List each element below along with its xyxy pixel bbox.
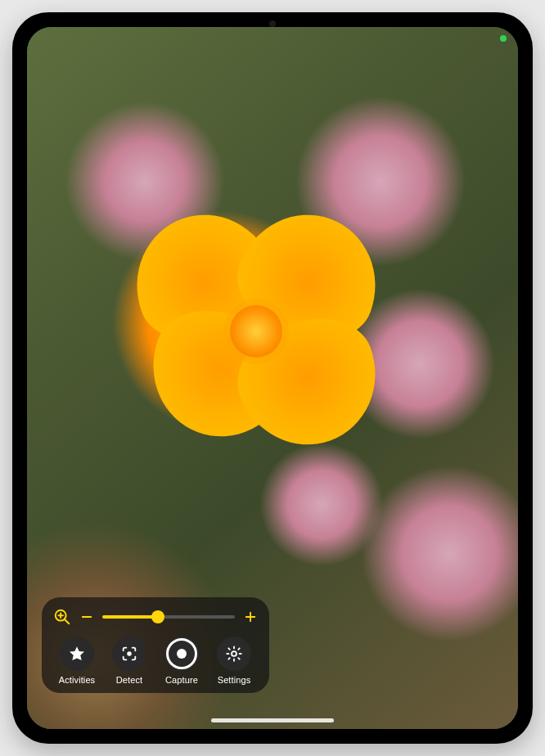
gear-icon: [217, 637, 251, 671]
camera-in-use-indicator: [500, 35, 507, 42]
zoom-row: [53, 607, 258, 627]
app-screen: Activities Detect: [27, 27, 518, 729]
zoom-slider[interactable]: [102, 607, 235, 627]
svg-point-7: [127, 651, 132, 656]
magnifier-plus-icon: [53, 608, 71, 626]
slider-thumb[interactable]: [151, 610, 164, 623]
zoom-out-button[interactable]: [79, 610, 94, 624]
capture-icon: [164, 637, 199, 671]
slider-track: [158, 615, 235, 619]
star-icon: [60, 637, 94, 671]
controls-panel: Activities Detect: [42, 597, 269, 693]
svg-point-8: [232, 651, 236, 656]
activities-button[interactable]: Activities: [53, 637, 101, 685]
toolbar: Activities Detect: [53, 637, 258, 685]
toolbar-label: Detect: [116, 675, 142, 685]
toolbar-label: Settings: [218, 675, 251, 685]
slider-track-fill: [102, 615, 158, 619]
device-frame: Activities Detect: [12, 12, 533, 744]
detect-icon: [112, 637, 146, 671]
settings-button[interactable]: Settings: [210, 637, 258, 685]
zoom-in-button[interactable]: [243, 610, 258, 624]
capture-button[interactable]: Capture: [158, 637, 205, 685]
svg-line-1: [65, 619, 69, 623]
home-indicator[interactable]: [211, 718, 334, 722]
toolbar-label: Capture: [165, 675, 198, 685]
detect-button[interactable]: Detect: [106, 637, 153, 685]
toolbar-label: Activities: [59, 675, 95, 685]
photo-decoration: [230, 305, 282, 358]
